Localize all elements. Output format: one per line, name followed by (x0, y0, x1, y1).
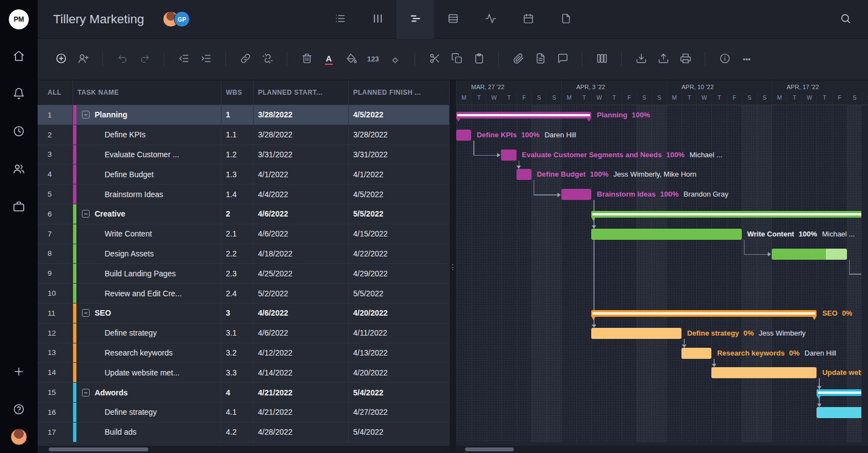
table-row[interactable]: 15−Adwords44/21/20225/4/2022 (38, 383, 450, 403)
link-button[interactable] (234, 48, 256, 70)
tab-sheet-view[interactable] (434, 0, 472, 39)
gantt-bar-label: Define Budget100%Jess Wimberly, Mike Hor… (537, 169, 696, 179)
table-row[interactable]: 1−Planning13/28/20224/5/2022 (38, 105, 450, 125)
row-number: 3 (38, 145, 73, 164)
unlink-button[interactable] (256, 48, 278, 70)
print-button[interactable] (674, 48, 696, 70)
gantt-task-bar[interactable] (591, 328, 681, 339)
gantt-task-bar[interactable] (501, 150, 516, 161)
sidebar-item-plus[interactable] (8, 361, 30, 383)
table-row[interactable]: 12Define strategy3.14/6/20224/11/2022 (38, 323, 450, 343)
search-button[interactable] (833, 0, 858, 39)
table-row[interactable]: 6−Creative24/6/20225/5/2022 (38, 204, 450, 224)
table-row[interactable]: 10Review and Edit Cre...2.45/2/20225/5/2… (38, 284, 450, 303)
bar-label-assignee: Jess Wimberly, Mike Horn (613, 170, 696, 178)
pm-logo: PM (9, 9, 29, 29)
collapse-icon[interactable]: − (82, 210, 90, 218)
tab-calendar-view[interactable] (509, 0, 547, 39)
export-button[interactable] (652, 48, 674, 70)
member-avatar-initials[interactable]: GP (174, 11, 190, 27)
table-row[interactable]: 16Define strategy4.14/21/20224/27/2022 (38, 403, 450, 423)
sidebar-item-home[interactable] (8, 45, 30, 68)
table-horizontal-scrollbar[interactable] (38, 446, 450, 453)
more-button[interactable]: ••• (736, 48, 758, 70)
pm-logo-button[interactable]: PM (9, 0, 29, 39)
columns-button[interactable] (591, 48, 613, 70)
table-row[interactable]: 5Brainstorm Ideas1.44/4/20224/5/2022 (38, 184, 450, 204)
column-header[interactable]: ALL (38, 80, 73, 105)
table-row[interactable]: 7Write Content2.14/6/20224/15/2022 (38, 224, 450, 244)
paste-button[interactable] (468, 48, 490, 70)
import-button[interactable] (630, 48, 652, 70)
sidebar-item-help[interactable] (8, 399, 30, 421)
gantt-task-bar[interactable] (456, 130, 471, 141)
table-row[interactable]: 17Build ads4.24/28/20225/4/2022 (38, 423, 450, 442)
scrollbar-thumb[interactable] (49, 447, 148, 451)
gantt-task-bar[interactable] (561, 189, 591, 200)
table-row[interactable]: 4Define Budget1.34/1/20224/1/2022 (38, 164, 450, 184)
numbers-button[interactable]: 123 (362, 48, 384, 70)
gantt-task-bar[interactable] (516, 169, 531, 180)
sidebar-item-users[interactable] (8, 158, 30, 181)
attach-button[interactable] (507, 48, 529, 70)
indent-button[interactable] (195, 48, 217, 70)
undo-button[interactable] (111, 48, 133, 70)
tab-document-view[interactable] (547, 0, 585, 39)
column-header[interactable]: PLANNED FINISH ... (349, 80, 450, 105)
bar-label-name: Research keywords (717, 349, 784, 357)
attach-icon (513, 53, 524, 66)
column-header[interactable]: TASK NAME (73, 80, 221, 105)
info-button[interactable] (714, 48, 736, 70)
collapse-icon[interactable]: − (82, 309, 90, 317)
milestone-button[interactable]: ◇ (384, 48, 406, 70)
sidebar-item-briefcase[interactable] (8, 196, 30, 218)
outdent-button[interactable] (173, 48, 195, 70)
tab-board-view[interactable] (359, 0, 396, 39)
gantt-summary-bar[interactable] (591, 211, 861, 218)
gantt-task-bar[interactable] (681, 348, 711, 359)
table-row[interactable]: 13Research keywords3.24/12/20224/13/2022 (38, 343, 450, 363)
task-name: Brainstorm Ideas (105, 190, 163, 199)
add-task-button[interactable] (50, 48, 72, 70)
trash-button[interactable] (296, 48, 318, 70)
fill-button[interactable] (340, 48, 362, 70)
gantt-horizontal-scrollbar[interactable] (456, 446, 868, 453)
comment-button[interactable] (551, 48, 574, 70)
redo-button[interactable] (133, 48, 156, 70)
copy-button[interactable] (446, 48, 468, 70)
table-row[interactable]: 14Update website met...3.34/14/20224/20/… (38, 363, 450, 383)
table-row[interactable]: 2Define KPIs1.13/28/20223/28/2022 (38, 125, 450, 145)
table-row[interactable]: 8Design Assets2.24/18/20224/22/2022 (38, 244, 450, 264)
scrollbar-thumb[interactable] (465, 447, 514, 451)
user-avatar[interactable] (11, 429, 27, 445)
tab-activity-view[interactable] (472, 0, 509, 39)
sidebar-item-clock[interactable] (8, 121, 30, 143)
table-row[interactable]: 9Build Landing Pages2.34/25/20224/29/202… (38, 264, 450, 284)
collapse-icon[interactable]: − (82, 389, 90, 397)
gantt-summary-bar[interactable] (456, 112, 591, 119)
text-color-button[interactable]: A (318, 48, 340, 70)
tab-gantt-view[interactable] (396, 0, 434, 39)
dependency-arrow (557, 193, 561, 197)
tab-list-view[interactable] (321, 0, 359, 39)
bar-label-percent: 0% (789, 349, 800, 357)
cut-button[interactable] (423, 48, 446, 70)
gantt-summary-bar[interactable] (817, 389, 861, 396)
gantt-task-bar[interactable] (772, 249, 847, 260)
column-header[interactable]: WBS (221, 80, 254, 105)
member-avatars[interactable]: GP (163, 11, 190, 27)
day-column (787, 105, 802, 442)
panel-resize-divider[interactable] (450, 80, 456, 453)
notes-button[interactable] (529, 48, 551, 70)
column-header[interactable]: PLANNED START... (254, 80, 349, 105)
table-row[interactable]: 3Evaluate Customer ...1.23/31/20223/31/2… (38, 145, 450, 165)
gantt-summary-bar[interactable] (591, 310, 817, 317)
gantt-task-bar[interactable] (591, 229, 741, 240)
add-user-button[interactable] (72, 48, 94, 70)
gantt-task-bar[interactable] (817, 407, 861, 418)
collapse-icon[interactable]: − (82, 111, 90, 119)
planned-start-cell: 4/25/2022 (254, 264, 349, 283)
sidebar-item-bell[interactable] (8, 83, 30, 105)
table-row[interactable]: 11−SEO34/6/20224/20/2022 (38, 303, 450, 323)
gantt-task-bar[interactable] (711, 367, 817, 378)
